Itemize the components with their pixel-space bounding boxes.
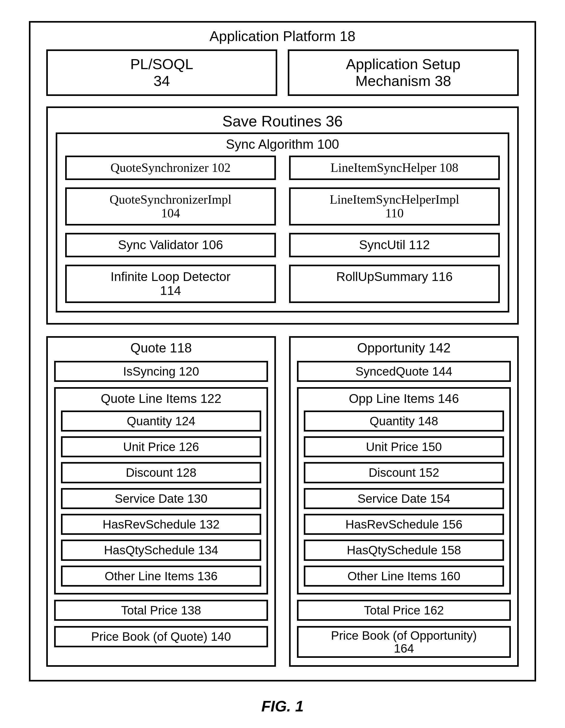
opp-has-rev-schedule: HasRevSchedule 156: [304, 514, 504, 535]
plsoql-box: PL/SOQL 34: [46, 49, 277, 96]
syncutil-box: SyncUtil 112: [289, 233, 500, 257]
lineitem-sync-helper-impl-box: LineItemSyncHelperImpl 110: [289, 187, 500, 226]
sync-validator-box: Sync Validator 106: [65, 233, 276, 257]
ild-number: 114: [160, 284, 181, 298]
quote-title: Quote 118: [54, 340, 268, 356]
quote-unit-price: Unit Price 126: [61, 436, 261, 457]
opp-quantity: Quantity 148: [304, 411, 504, 432]
sync-algo-title: Sync Algorithm 100: [65, 137, 500, 152]
plsoql-label: PL/SOQL: [130, 56, 193, 72]
quote-synchronizer-impl-box: QuoteSynchronizerImpl 104: [65, 187, 276, 226]
appsetup-box: Application Setup Mechanism 38: [288, 49, 519, 96]
opportunity-synced-quote: SyncedQuote 144: [297, 361, 511, 382]
lineitem-sync-helper-box: LineItemSyncHelper 108: [289, 156, 500, 180]
plsoql-number: 34: [153, 73, 170, 89]
qsi-label: QuoteSynchronizerImpl: [110, 192, 232, 206]
opp-price-book: Price Book (of Opportunity) 164: [297, 626, 511, 658]
opp-other-line-items: Other Line Items 160: [304, 566, 504, 587]
quote-quantity: Quantity 124: [61, 411, 261, 432]
opp-pb-number: 164: [394, 642, 414, 655]
quote-issyncing: IsSyncing 120: [54, 361, 268, 382]
opportunity-title: Opportunity 142: [297, 340, 511, 356]
opp-service-date: Service Date 154: [304, 488, 504, 509]
quote-box: Quote 118 IsSyncing 120 Quote Line Items…: [46, 336, 276, 667]
opp-line-items-box: Opp Line Items 146 Quantity 148 Unit Pri…: [297, 387, 511, 594]
quote-discount: Discount 128: [61, 462, 261, 483]
ild-label: Infinite Loop Detector: [111, 270, 230, 284]
quote-has-rev-schedule: HasRevSchedule 132: [61, 514, 261, 535]
save-routines-title: Save Routines 36: [56, 112, 509, 130]
lishi-number: 110: [385, 206, 404, 220]
quote-line-items-title: Quote Line Items 122: [61, 391, 261, 406]
appsetup-line2: Mechanism 38: [355, 73, 451, 89]
quote-other-line-items: Other Line Items 136: [61, 566, 261, 587]
opp-has-qty-schedule: HasQtySchedule 158: [304, 540, 504, 561]
opp-pb-label: Price Book (of Opportunity): [331, 629, 477, 642]
rollupsummary-box: RollUpSummary 116: [289, 265, 500, 303]
quote-synchronizer-box: QuoteSynchronizer 102: [65, 156, 276, 180]
quote-line-items-box: Quote Line Items 122 Quantity 124 Unit P…: [54, 387, 268, 594]
figure-caption: FIG. 1: [29, 697, 536, 715]
opp-discount: Discount 152: [304, 462, 504, 483]
save-routines-box: Save Routines 36 Sync Algorithm 100 Quot…: [46, 106, 519, 325]
quote-has-qty-schedule: HasQtySchedule 134: [61, 540, 261, 561]
appsetup-label: Application Setup: [346, 56, 461, 72]
sync-algorithm-box: Sync Algorithm 100 QuoteSynchronizer 102…: [56, 132, 509, 312]
qsi-number: 104: [161, 206, 180, 220]
lishi-label: LineItemSyncHelperImpl: [330, 192, 459, 206]
opportunity-box: Opportunity 142 SyncedQuote 144 Opp Line…: [289, 336, 519, 667]
quote-total-price: Total Price 138: [54, 600, 268, 621]
opp-line-items-title: Opp Line Items 146: [304, 391, 504, 406]
application-platform-container: Application Platform 18 PL/SOQL 34 Appli…: [29, 21, 536, 681]
platform-title: Application Platform 18: [46, 28, 519, 44]
quote-price-book: Price Book (of Quote) 140: [54, 626, 268, 647]
opp-unit-price: Unit Price 150: [304, 436, 504, 457]
infinite-loop-detector-box: Infinite Loop Detector 114: [65, 265, 276, 303]
quote-service-date: Service Date 130: [61, 488, 261, 509]
opp-total-price: Total Price 162: [297, 600, 511, 621]
